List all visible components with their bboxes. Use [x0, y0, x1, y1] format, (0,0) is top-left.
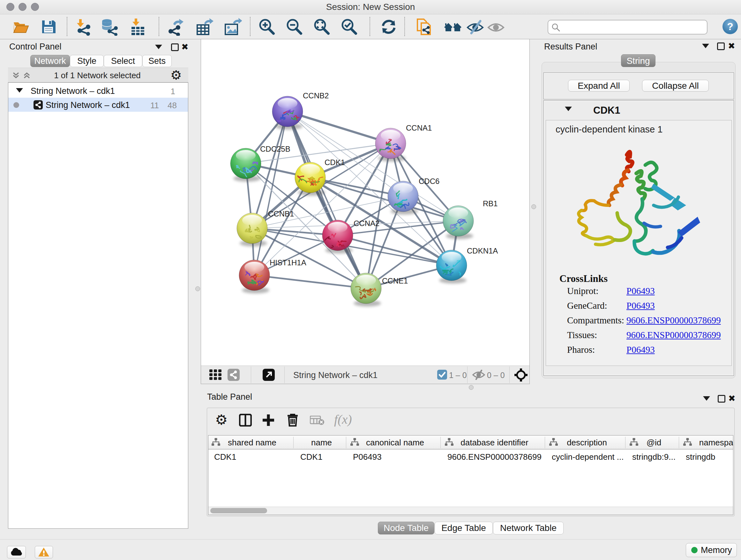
column-separator[interactable] [293, 437, 293, 448]
column-separator[interactable] [545, 437, 545, 448]
hide-selected-eye-icon[interactable] [466, 18, 484, 36]
network-node-CDC25B[interactable] [230, 148, 261, 182]
column-separator[interactable] [679, 437, 679, 448]
control-panel-menu-icon[interactable] [155, 45, 162, 49]
zoom-selected-icon[interactable] [340, 18, 358, 36]
delete-table-icon[interactable] [310, 416, 325, 427]
import-table-file-icon[interactable] [129, 18, 147, 36]
crosslink-link[interactable]: 9606.ENSP00000378699 [626, 330, 721, 340]
table-cell[interactable]: cyclin-dependent ... [552, 452, 623, 462]
table-horizontal-scrollbar[interactable] [208, 507, 733, 515]
column-separator[interactable] [625, 437, 625, 448]
column-header-description[interactable]: description [547, 435, 627, 449]
right-splitter-handle[interactable] [531, 204, 536, 209]
table-cell[interactable]: 9606.ENSP00000378699 [448, 452, 542, 462]
control-panel-float-icon[interactable] [171, 44, 179, 51]
column-header-namespace[interactable]: namespace [681, 435, 733, 449]
network-options-gear-icon[interactable]: ⚙ [171, 69, 182, 81]
network-edge-CCNB2-CCNA1[interactable] [287, 111, 391, 143]
selected-checkbox-icon[interactable] [437, 370, 447, 381]
network-node-HIST1H1A[interactable] [239, 260, 270, 294]
tab-string[interactable]: String [621, 54, 656, 67]
warning-icon[interactable] [35, 546, 53, 558]
column-header-canonical-name[interactable]: canonical name [348, 435, 442, 449]
show-all-eye-icon[interactable] [487, 18, 505, 36]
network-collection-row[interactable]: String Network – cdk1 1 [8, 84, 188, 98]
table-cell[interactable]: CDK1 [214, 452, 236, 462]
table-settings-gear-icon[interactable]: ⚙ [215, 413, 227, 427]
export-table-icon[interactable] [196, 18, 214, 36]
network-node-CCNE1[interactable] [351, 273, 381, 307]
network-row-selected[interactable]: String Network – cdk1 11 48 [8, 98, 188, 112]
hidden-eye-slash-icon[interactable] [472, 370, 485, 381]
collapse-all-button[interactable]: Collapse All [642, 80, 709, 91]
column-separator[interactable] [346, 437, 346, 448]
export-image-icon[interactable] [224, 18, 242, 36]
crosslink-link[interactable]: P06493 [626, 286, 655, 296]
save-session-icon[interactable] [40, 18, 57, 36]
add-column-icon[interactable] [262, 414, 275, 428]
crosslink-link[interactable]: P06493 [626, 300, 655, 311]
tab-style[interactable]: Style [70, 55, 104, 67]
network-node-CCNB1[interactable] [237, 213, 267, 246]
help-icon[interactable]: ? [723, 19, 738, 34]
houses-icon[interactable] [444, 18, 462, 36]
network-node-RB1[interactable] [443, 206, 474, 239]
function-builder-icon[interactable]: f(x) [334, 412, 352, 427]
results-panel-menu-icon[interactable] [702, 44, 709, 48]
tab-sets[interactable]: Sets [142, 55, 172, 67]
network-graph[interactable]: CCNB2CCNA1CDC25BCDK1CDC6RB1CCNB1CCNA2CDK… [201, 39, 529, 366]
search-input[interactable] [548, 20, 708, 35]
tab-edge-table[interactable]: Edge Table [434, 522, 493, 535]
tab-select[interactable]: Select [104, 55, 142, 67]
table-cell[interactable]: stringdb [686, 452, 716, 462]
share-network-icon[interactable] [227, 369, 240, 382]
network-node-CCNA1[interactable] [375, 128, 406, 162]
control-panel-close-icon[interactable]: ✖ [181, 43, 189, 51]
results-panel-float-icon[interactable] [717, 43, 725, 50]
cloud-icon[interactable] [7, 546, 26, 558]
center-view-crosshair-icon[interactable] [514, 368, 528, 383]
network-node-CDKN1A[interactable] [436, 250, 467, 284]
apply-layout-icon[interactable] [380, 18, 398, 36]
column-header-database-identifier[interactable]: database identifier [442, 435, 547, 449]
crosslink-link[interactable]: 9606.ENSP00000378699 [626, 315, 721, 326]
tab-network-table[interactable]: Network Table [493, 522, 563, 535]
column-separator[interactable] [441, 437, 441, 448]
tab-network[interactable]: Network [30, 55, 70, 67]
table-panel-menu-icon[interactable] [703, 396, 710, 401]
zoom-out-icon[interactable] [285, 18, 303, 36]
export-network-icon[interactable] [167, 18, 185, 36]
results-panel-close-icon[interactable]: ✖ [728, 42, 735, 50]
column-header-name[interactable]: name [295, 435, 348, 449]
import-network-file-icon[interactable] [75, 18, 92, 36]
network-canvas[interactable]: CCNB2CCNA1CDC25BCDK1CDC6RB1CCNB1CCNA2CDK… [201, 39, 530, 384]
network-edge-CCNE1-HIST1H1A[interactable] [254, 275, 366, 288]
table-cell[interactable]: P06493 [353, 452, 382, 462]
delete-column-icon[interactable] [286, 413, 299, 428]
memory-button[interactable]: Memory [686, 543, 737, 557]
zoom-in-icon[interactable] [258, 18, 275, 36]
scrollbar-thumb[interactable] [210, 508, 267, 513]
table-cell[interactable]: stringdb:9... [632, 452, 676, 462]
network-node-CCNA2[interactable] [322, 220, 353, 253]
bottom-splitter-handle[interactable] [469, 385, 474, 390]
network-edge-CCNB2-HIST1H1A[interactable] [254, 111, 287, 275]
expand-all-button[interactable]: Expand All [568, 80, 630, 91]
table-row[interactable]: CDK1CDK1P064939606.ENSP00000378699cyclin… [208, 449, 733, 463]
table-cell[interactable]: CDK1 [300, 452, 322, 462]
split-columns-icon[interactable] [239, 414, 252, 428]
left-splitter-handle[interactable] [195, 287, 200, 291]
column-header-shared-name[interactable]: shared name [209, 435, 295, 449]
collection-expander-icon[interactable] [16, 88, 23, 92]
network-node-CDK1[interactable] [295, 162, 326, 196]
open-session-icon[interactable] [12, 18, 30, 36]
import-network-database-icon[interactable] [100, 18, 118, 36]
gene-section-collapse-icon[interactable] [565, 107, 572, 111]
table-panel-close-icon[interactable]: ✖ [728, 394, 736, 402]
copy-network-icon[interactable] [415, 18, 433, 36]
birds-eye-grid-icon[interactable] [209, 369, 221, 381]
tab-node-table[interactable]: Node Table [378, 522, 434, 535]
crosslink-link[interactable]: P06493 [626, 345, 655, 355]
open-in-window-icon[interactable] [263, 369, 275, 382]
